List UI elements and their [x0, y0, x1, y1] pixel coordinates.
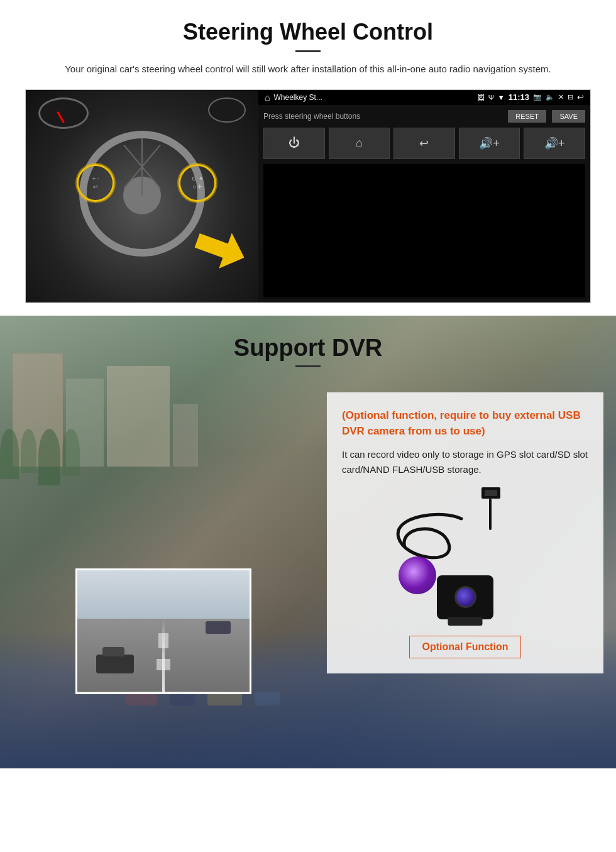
prompt-row: Press steering wheel buttons RESET SAVE — [263, 110, 585, 123]
camera-icon: 📷 — [533, 93, 542, 101]
camera-mount — [448, 617, 483, 626]
cable-straight — [489, 499, 492, 530]
steering-subtitle: Your original car's steering wheel contr… — [25, 62, 591, 77]
dvr-title: Support DVR — [234, 335, 382, 362]
image-icon: 🖼 — [478, 94, 485, 101]
back-arrow-icon: ↩ — [577, 92, 584, 102]
back-function-icon: ↩ — [419, 136, 429, 150]
screen-statusbar: ⌂ Wheelkey St... 🖼 Ψ ▼ 11:13 📷 🔈 ✕ ⊟ ↩ — [258, 90, 590, 105]
dvr-info-card: (Optional function, require to buy exter… — [327, 392, 603, 673]
vol-down-button[interactable]: 🔊+ — [524, 128, 585, 159]
power-icon: ⏻ — [289, 136, 300, 150]
steering-title: Steering Wheel Control — [25, 19, 591, 45]
title-divider-1 — [295, 50, 321, 52]
screen-content: Press steering wheel buttons RESET SAVE … — [258, 105, 590, 302]
vol-icon: 🔈 — [546, 93, 554, 101]
usb-icon: Ψ — [488, 94, 494, 101]
x-icon: ✕ — [558, 93, 564, 101]
wheel-left-circle: + - ↩ — [77, 164, 114, 202]
empty-screen-area — [263, 164, 585, 297]
android-screen: ⌂ Wheelkey St... 🖼 Ψ ▼ 11:13 📷 🔈 ✕ ⊟ ↩ P… — [258, 90, 590, 302]
reset-button[interactable]: RESET — [508, 110, 546, 123]
wifi-icon: ▼ — [498, 94, 505, 101]
dvr-description-text: It can record video only to storage in G… — [342, 447, 588, 477]
title-divider-2 — [295, 365, 321, 367]
mirror-icon: ⊟ — [568, 93, 573, 101]
dvr-camera-body — [437, 575, 493, 619]
home-function-button[interactable]: ⌂ — [329, 128, 390, 159]
vol-up-icon: 🔊+ — [479, 136, 500, 150]
direction-arrow — [195, 230, 246, 268]
dvr-content: Support DVR — [0, 316, 616, 744]
dvr-optional-notice: (Optional function, require to buy exter… — [342, 407, 588, 440]
swc-composite-image: + - ↩ ⊙ ✦ ○ ✢ ⌂ — [25, 89, 591, 303]
home-icon: ⌂ — [265, 92, 270, 102]
app-name: Wheelkey St... — [273, 93, 473, 102]
camera-lens — [454, 586, 476, 608]
status-time: 11:13 — [509, 92, 529, 102]
save-button[interactable]: SAVE — [552, 110, 585, 123]
screen-prompt-text: Press steering wheel buttons — [263, 112, 360, 121]
steering-wheel-section: Steering Wheel Control Your original car… — [0, 0, 616, 316]
function-buttons-row: ⏻ ⌂ ↩ 🔊+ 🔊+ — [263, 128, 585, 159]
dvr-section: Support DVR — [0, 316, 616, 768]
car-silhouette — [96, 655, 134, 673]
road-view — [77, 570, 250, 692]
home-function-icon: ⌂ — [356, 136, 363, 150]
dvr-left-area — [0, 380, 370, 744]
optional-function-badge: Optional Function — [409, 636, 522, 658]
back-function-button[interactable]: ↩ — [393, 128, 455, 159]
dvr-camera-illustration — [342, 487, 588, 626]
optional-function-label: Optional Function — [422, 641, 509, 652]
dvr-footage-thumbnail — [75, 568, 251, 694]
usb-connector — [481, 487, 500, 499]
led-glow — [399, 556, 436, 594]
steering-wheel-photo: + - ↩ ⊙ ✦ ○ ✢ — [26, 90, 258, 302]
vol-up-button[interactable]: 🔊+ — [459, 128, 520, 159]
wheel-right-circle: ⊙ ✦ ○ ✢ — [179, 164, 216, 202]
power-button[interactable]: ⏻ — [263, 128, 325, 159]
dvr-main-area: (Optional function, require to buy exter… — [0, 380, 616, 744]
screen-action-buttons: RESET SAVE — [505, 110, 585, 123]
vol-down-icon: 🔊+ — [544, 136, 565, 150]
